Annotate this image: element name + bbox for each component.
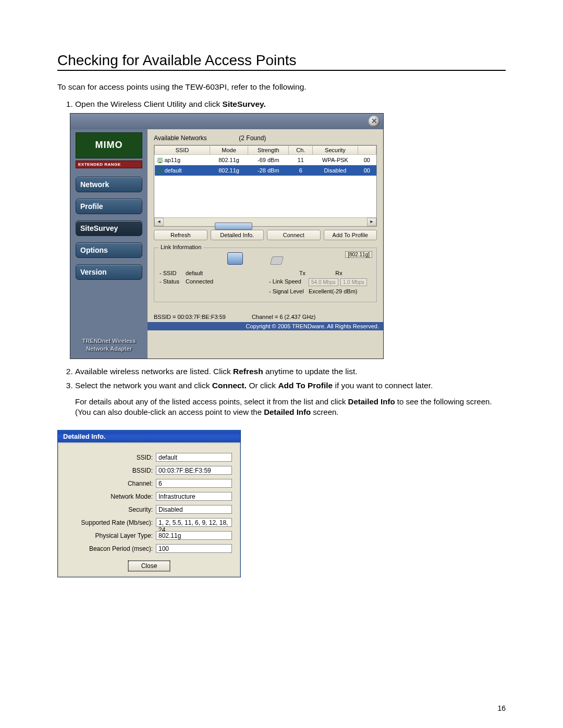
scroll-left-icon[interactable]: ◄ bbox=[154, 218, 164, 226]
col-channel[interactable]: Ch. bbox=[289, 145, 313, 154]
dvalue-phy-layer[interactable]: 802.11g bbox=[156, 531, 232, 540]
copyright-text: Copyright © 2005 TRENDware. All Rights R… bbox=[148, 322, 383, 330]
dlabel-bssid: BSSID: bbox=[66, 467, 156, 474]
status-label: - Status bbox=[160, 278, 186, 285]
table-row-empty bbox=[155, 186, 376, 196]
link-information-panel: Link Information [802.11g] - SSIDdefault… bbox=[154, 248, 377, 302]
col-ssid[interactable]: SSID bbox=[155, 145, 210, 154]
dlabel-channel: Channel: bbox=[66, 480, 156, 487]
dvalue-channel[interactable]: 6 bbox=[156, 479, 232, 488]
cell-mode: 802.11g bbox=[210, 165, 248, 176]
extended-range-badge: EXTENDED RANGE bbox=[76, 161, 142, 168]
cell-strength: -28 dBm bbox=[248, 165, 289, 176]
sidebar-footer: TRENDnet Wireless Network Adapter bbox=[76, 337, 142, 353]
dvalue-ssid[interactable]: default bbox=[156, 453, 232, 462]
mimo-logo: MIMO bbox=[76, 132, 142, 158]
dlabel-security: Security: bbox=[66, 506, 156, 513]
page-number: 16 bbox=[497, 704, 506, 712]
ssid-value: default bbox=[186, 270, 203, 276]
footer-line1: TRENDnet Wireless bbox=[76, 337, 142, 345]
col-mode[interactable]: Mode bbox=[210, 145, 248, 154]
step3-text-e: if you want to connect later. bbox=[333, 381, 433, 390]
tx-label: Tx bbox=[295, 270, 310, 276]
sidebar: MIMO EXTENDED RANGE Network Profile Site… bbox=[70, 129, 148, 359]
dlabel-phy-layer: Physical Layer Type: bbox=[66, 532, 156, 539]
step3-text-c: Or click bbox=[247, 381, 278, 390]
refresh-button[interactable]: Refresh bbox=[154, 230, 207, 240]
nav-version[interactable]: Version bbox=[76, 264, 142, 280]
table-row-selected[interactable]: default 802.11g -28 dBm 6 Disabled 00 bbox=[155, 165, 376, 176]
cell-ext: 00 bbox=[358, 154, 376, 165]
dlabel-ssid: SSID: bbox=[66, 454, 156, 461]
table-row[interactable]: ap11g 802.11g -69 dBm 11 WPA-PSK 00 bbox=[155, 154, 376, 165]
cell-ch: 11 bbox=[289, 154, 313, 165]
link-info-legend: Link Information bbox=[158, 244, 203, 250]
col-ext[interactable] bbox=[358, 145, 376, 154]
tx-value: 54.0 Mbps bbox=[309, 278, 338, 286]
detailed-info-button[interactable]: Detailed Info. bbox=[211, 230, 264, 240]
step3-text-a: Select the network you want and click bbox=[75, 381, 212, 390]
footer-line2: Network Adapter bbox=[76, 345, 142, 353]
cell-ext: 00 bbox=[358, 165, 376, 176]
scroll-thumb[interactable] bbox=[215, 223, 252, 230]
table-row-empty bbox=[155, 176, 376, 186]
nav-profile[interactable]: Profile bbox=[76, 199, 142, 214]
page-title: Checking for Available Access Points bbox=[57, 52, 506, 71]
note-b: Detailed Info bbox=[348, 397, 395, 406]
logo-text: MIMO bbox=[95, 140, 123, 151]
close-icon[interactable]: ✕ bbox=[369, 116, 380, 127]
available-networks-label: Available Networks bbox=[154, 134, 237, 142]
cell-security: WPA-PSK bbox=[313, 154, 358, 165]
note-paragraph: For details about any of the listed acce… bbox=[75, 397, 506, 418]
close-button[interactable]: Close bbox=[128, 561, 170, 571]
app-titlebar: ✕ bbox=[70, 114, 383, 129]
signal-label: - Signal Level bbox=[269, 288, 309, 294]
step2-bold: Refresh bbox=[233, 367, 263, 376]
dvalue-bssid[interactable]: 00:03:7F:BE:F3:59 bbox=[156, 466, 232, 475]
nav-options[interactable]: Options bbox=[76, 242, 142, 258]
step-1: Open the Wireless Client Utility and cli… bbox=[75, 99, 506, 110]
col-security[interactable]: Security bbox=[313, 145, 358, 154]
step1-text: Open the Wireless Client Utility and cli… bbox=[75, 100, 223, 108]
main-panel: Available Networks (2 Found) SSID Mode S… bbox=[148, 129, 383, 359]
ssid-label: - SSID bbox=[160, 270, 186, 276]
detailed-info-window: Detailed Info. SSID:default BSSID:00:03:… bbox=[57, 430, 241, 577]
add-to-profile-button[interactable]: Add To Profile bbox=[324, 230, 377, 240]
cell-security: Disabled bbox=[313, 165, 358, 176]
step-2: Available wireless networks are listed. … bbox=[75, 366, 506, 377]
horizontal-scrollbar[interactable]: ◄ ► bbox=[154, 217, 376, 226]
dvalue-security[interactable]: Disabled bbox=[156, 505, 232, 514]
signal-value: Excellent(-29 dBm) bbox=[309, 288, 358, 294]
cell-mode: 802.11g bbox=[210, 154, 248, 165]
nav-network[interactable]: Network bbox=[76, 177, 142, 192]
col-strength[interactable]: Strength bbox=[248, 145, 289, 154]
table-row-empty bbox=[155, 196, 376, 207]
networks-table: SSID Mode Strength Ch. Security ap11g 80… bbox=[154, 145, 377, 227]
dvalue-network-mode[interactable]: Infrastructure bbox=[156, 492, 232, 501]
channel-text: Channel = 6 (2.437 GHz) bbox=[252, 314, 316, 320]
scroll-right-icon[interactable]: ► bbox=[367, 218, 376, 226]
wifi-icon bbox=[157, 168, 163, 174]
connect-button[interactable]: Connect bbox=[267, 230, 321, 240]
nav-sitesurvey[interactable]: SiteSurvey bbox=[76, 220, 142, 236]
bssid-text: BSSID = 00:03:7F:BE:F3:59 bbox=[154, 314, 226, 320]
note-e: screen. bbox=[311, 408, 338, 416]
rx-label: Rx bbox=[332, 270, 346, 276]
step2-text-a: Available wireless networks are listed. … bbox=[75, 367, 233, 376]
step3-bold-d: Add To Profile bbox=[278, 381, 333, 390]
step1-bold: SiteSurvey. bbox=[223, 100, 266, 108]
dvalue-supported-rate[interactable]: 1, 2, 5.5, 11, 6, 9, 12, 18, 24 bbox=[156, 518, 232, 527]
detail-titlebar: Detailed Info. bbox=[58, 430, 240, 442]
found-count: (2 Found) bbox=[239, 134, 266, 142]
note-a: For details about any of the listed acce… bbox=[75, 397, 348, 406]
step-3: Select the network you want and click Co… bbox=[75, 380, 506, 391]
dlabel-supported-rate: Supported Rate (Mb/sec): bbox=[66, 519, 156, 526]
link-speed-label: - Link Speed bbox=[269, 278, 309, 286]
disk-icon bbox=[270, 256, 284, 265]
note-d: Detailed Info bbox=[264, 408, 311, 416]
dlabel-beacon: Beacon Period (msec): bbox=[66, 545, 156, 552]
step2-text-c: anytime to update the list. bbox=[263, 367, 358, 376]
cell-ssid: ap11g bbox=[165, 157, 181, 163]
dvalue-beacon[interactable]: 100 bbox=[156, 544, 232, 553]
computer-icon bbox=[227, 252, 243, 265]
